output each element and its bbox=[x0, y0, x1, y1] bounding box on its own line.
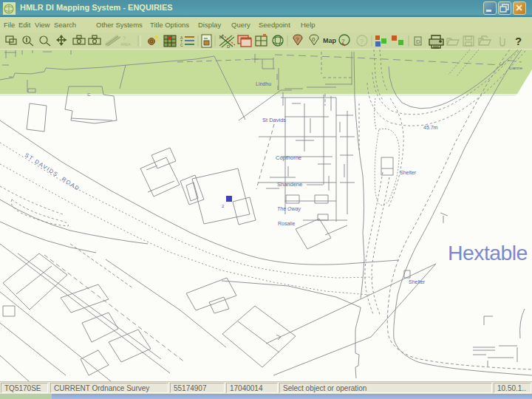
svg-text:D: D bbox=[416, 38, 420, 45]
svg-text:2: 2 bbox=[222, 204, 225, 208]
svg-text:?: ? bbox=[360, 38, 364, 45]
svg-text:ST DAVIDS ROAD: ST DAVIDS ROAD bbox=[24, 151, 81, 192]
svg-text:Lindhu: Lindhu bbox=[256, 81, 271, 86]
svg-text:Shandene: Shandene bbox=[277, 181, 302, 188]
svg-text:D: D bbox=[227, 44, 231, 49]
svg-text:?: ? bbox=[123, 35, 126, 41]
svg-text:?: ? bbox=[341, 38, 345, 44]
svg-text:15: 15 bbox=[219, 35, 224, 39]
svg-text:The Oway: The Oway bbox=[277, 206, 301, 212]
svg-text:Copthorne: Copthorne bbox=[276, 154, 301, 161]
svg-text:?: ? bbox=[515, 35, 522, 47]
svg-text:C: C bbox=[87, 92, 91, 97]
svg-text:Rosalie: Rosalie bbox=[278, 221, 295, 226]
svg-text:?: ? bbox=[296, 36, 299, 43]
svg-text:AREA: AREA bbox=[120, 42, 131, 47]
svg-text:0: 0 bbox=[312, 36, 316, 43]
svg-text:Map: Map bbox=[323, 37, 337, 44]
svg-text:45.7m: 45.7m bbox=[423, 125, 438, 130]
svg-text:Shelter: Shelter bbox=[409, 279, 426, 284]
svg-text:C: C bbox=[180, 43, 183, 47]
svg-text:Shelter: Shelter bbox=[400, 170, 417, 175]
svg-text:St Davids: St Davids bbox=[262, 117, 286, 123]
svg-text:Lianne: Lianne bbox=[509, 66, 523, 70]
svg-text:Hextable: Hextable bbox=[448, 241, 528, 265]
